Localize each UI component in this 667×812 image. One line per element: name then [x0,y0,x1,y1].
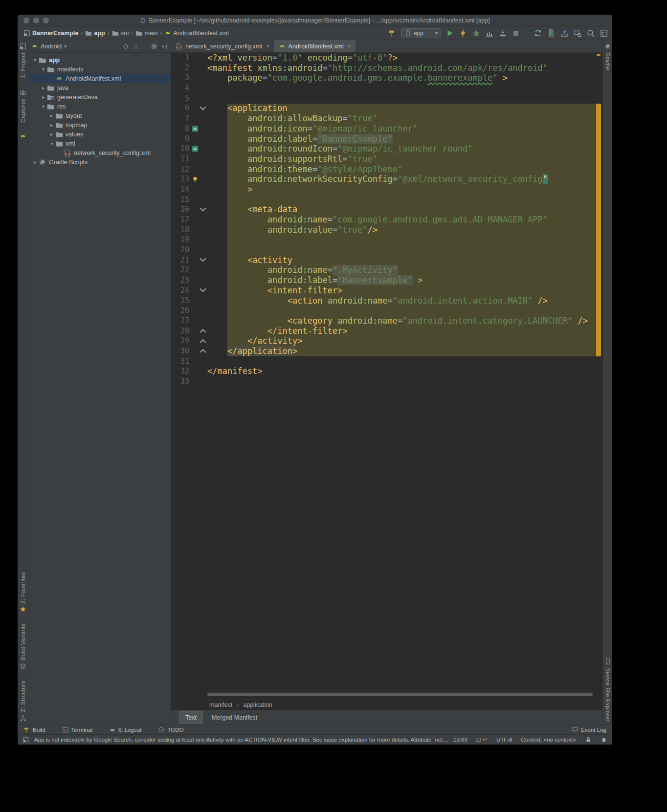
tool-window-button-1-project[interactable]: 1: Project [20,43,26,78]
project-tree-item-androidmanifest-xml[interactable]: AndroidManifest.xml [28,74,171,83]
build-hammer-icon[interactable] [388,29,397,38]
code-line[interactable] [207,93,596,104]
breadcrumb-item-src[interactable]: src [112,30,129,37]
code-line[interactable]: package="com.google.android.gms.example.… [207,73,596,83]
tool-window-button-build[interactable]: Build [23,726,45,733]
attach-debugger-button[interactable] [498,29,507,38]
project-tree-item-generatedjava[interactable]: ▸generatedJava [28,92,171,102]
code-line[interactable] [207,235,596,245]
code-line[interactable]: android:icon="@mipmap/ic_launcher" [207,124,596,134]
project-tree-item-manifests[interactable]: ▾manifests [28,65,171,74]
gutter-line[interactable]: 3 [171,73,207,83]
gutter-line[interactable]: 4 [171,83,207,93]
code-line[interactable]: <action android:name="android.intent.act… [207,296,596,306]
code-line[interactable]: android:roundIcon="@mipmap/ic_launcher_r… [207,144,596,154]
tree-chevron-icon[interactable]: ▸ [48,122,55,128]
gutter-line[interactable]: 28 [171,326,207,336]
code-line[interactable]: <intent-filter> [207,285,596,296]
fold-down-icon[interactable] [199,257,207,263]
toolwindow-switcher-icon[interactable] [22,736,29,743]
breadcrumb-item-project[interactable]: BannerExample [23,30,78,37]
code-line[interactable]: > [207,184,596,195]
highlighting-level-icon[interactable] [600,736,607,743]
tool-window-button-terminal[interactable]: Terminal [62,726,92,733]
gutter-line[interactable]: 16 [171,204,207,215]
code-line[interactable]: <manifest xmlns:android="http://schemas.… [207,63,596,73]
project-tree-item-java[interactable]: ▸java [28,83,171,92]
tool-window-button-device-file-explorer[interactable]: Device File Explorer [604,658,611,722]
tree-chevron-icon[interactable]: ▾ [40,104,47,109]
tree-chevron-icon[interactable]: ▾ [48,141,55,146]
close-tab-icon[interactable]: × [266,43,270,50]
debug-button[interactable] [472,29,481,38]
gutter-line[interactable]: 30 [171,346,207,356]
code-line[interactable]: <category android:name="android.intent.c… [207,316,596,326]
code-line[interactable]: </application> [207,346,596,356]
xml-breadcrumb-application[interactable]: application [243,702,272,708]
tool-window-button-gradle[interactable]: Gradle [604,43,611,70]
toolwindow-layout-button[interactable] [600,29,608,38]
gutter-line[interactable]: 18 [171,225,207,235]
caret-position[interactable]: 13:69 [453,737,467,743]
run-button[interactable] [445,29,454,38]
gutter-line[interactable]: 8 [171,124,207,134]
gutter-line[interactable]: 12 [171,164,207,175]
gradle-sync-button[interactable] [534,29,542,38]
close-tab-icon[interactable]: × [348,43,352,50]
tree-chevron-icon[interactable]: ▸ [48,132,55,137]
zoom-button[interactable] [43,18,49,23]
gutter-line[interactable]: 29 [171,336,207,346]
code-line[interactable]: <?xml version="1.0" encoding="utf-8"?> [207,53,596,63]
code-line[interactable]: android:theme="@style/AppTheme" [207,164,596,175]
tree-chevron-icon[interactable]: ▸ [40,94,47,100]
gutter-line[interactable]: 5 [171,93,207,104]
minimize-button[interactable] [33,18,39,23]
launcher-icon-preview[interactable] [189,145,199,153]
avd-manager-button[interactable] [547,29,556,38]
gutter-line[interactable]: 2 [171,63,207,73]
code-line[interactable]: </activity> [207,336,596,346]
gutter-line[interactable]: 31 [171,356,207,367]
fold-end-icon[interactable] [199,338,207,344]
fold-end-icon[interactable] [199,348,207,354]
gutter-line[interactable]: 17 [171,215,207,225]
gutter-line[interactable]: 33 [171,376,207,387]
gutter[interactable]: 1234567891011121314151617181920212223242… [171,53,207,387]
tree-chevron-icon[interactable]: ▾ [40,66,47,72]
code-line[interactable] [207,306,596,316]
tree-chevron-icon[interactable]: ▸ [48,113,55,118]
fold-down-icon[interactable] [199,106,207,111]
sdk-manager-button[interactable] [560,29,569,38]
code-line[interactable]: android:label="BannerExample" > [207,275,596,285]
gutter-line[interactable]: 22 [171,265,207,275]
breadcrumb-item-main[interactable]: main [135,30,157,37]
tool-window-button-z-structure[interactable]: Z: Structure [20,680,26,722]
breadcrumb-item-manifest[interactable]: AndroidManifest.xml [164,30,228,37]
tool-window-button-todo[interactable]: TODO [158,726,183,733]
tool-window-button-android[interactable] [20,133,26,140]
code-line[interactable]: android:supportsRtl="true" [207,154,596,164]
code-line[interactable]: android:value="true"/> [207,225,596,235]
gutter-line[interactable]: 13 [171,174,207,184]
gutter-line[interactable]: 6 [171,103,207,113]
gutter-line[interactable]: 21 [171,255,207,265]
code-line[interactable] [207,83,596,93]
gutter-line[interactable]: 14 [171,184,207,195]
tree-chevron-icon[interactable]: ▾ [31,57,39,63]
gutter-line[interactable]: 20 [171,245,207,255]
run-config-select[interactable]: app ▾ [401,28,441,38]
file-encoding[interactable]: UTF-8 [496,737,512,743]
xml-breadcrumb-manifest[interactable]: manifest [209,702,232,708]
fold-down-icon[interactable] [199,207,207,213]
gutter-line[interactable]: 32 [171,366,207,376]
search-everywhere-button[interactable] [586,29,595,38]
project-tree-item-layout[interactable]: ▸layout [28,111,171,120]
gutter-line[interactable]: 15 [171,195,207,205]
hide-panel-icon[interactable] [161,43,168,50]
gutter-line[interactable]: 27 [171,316,207,326]
gear-icon[interactable] [151,43,157,50]
code-line[interactable]: android:networkSecurityConfig="@xml/netw… [207,174,596,184]
tree-chevron-icon[interactable]: ▸ [31,159,39,165]
project-tree-item-app[interactable]: ▾app [28,55,171,65]
editor[interactable]: 1234567891011121314151617181920212223242… [171,53,602,699]
